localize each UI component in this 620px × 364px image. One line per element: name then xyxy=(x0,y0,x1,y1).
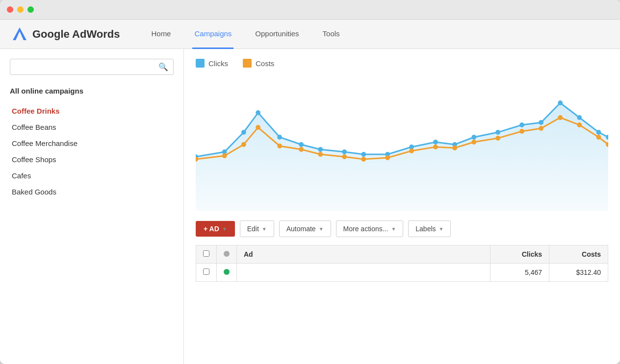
svg-point-7 xyxy=(277,135,282,140)
close-button[interactable] xyxy=(7,6,13,13)
edit-button[interactable]: Edit ▼ xyxy=(240,220,274,237)
automate-label: Automate xyxy=(286,225,316,233)
logo: Google AdWords xyxy=(12,26,120,42)
svg-point-25 xyxy=(222,153,227,158)
svg-point-32 xyxy=(361,157,366,162)
more-actions-dropdown-icon: ▼ xyxy=(391,226,396,232)
svg-point-27 xyxy=(256,125,260,130)
row-clicks-cell: 5,467 xyxy=(491,264,549,282)
main-layout: 🔍 All online campaigns Coffee Drinks Cof… xyxy=(0,49,620,364)
legend-costs: Costs xyxy=(243,59,274,68)
logo-text: Google AdWords xyxy=(32,28,120,41)
content-area: Clicks Costs xyxy=(184,49,620,364)
svg-point-35 xyxy=(433,145,438,149)
sidebar-item-coffee-shops[interactable]: Coffee Shops xyxy=(10,151,174,168)
nav-home[interactable]: Home xyxy=(149,20,173,49)
svg-point-20 xyxy=(558,100,563,105)
row-status-dot xyxy=(224,269,230,275)
th-ad: Ad xyxy=(237,245,491,264)
chart-legend: Clicks Costs xyxy=(196,59,608,68)
sidebar-item-cafes[interactable]: Cafes xyxy=(10,168,174,184)
svg-point-43 xyxy=(596,135,601,140)
svg-point-39 xyxy=(519,129,524,134)
svg-point-22 xyxy=(596,130,601,135)
more-actions-label: More actions... xyxy=(343,225,388,233)
th-clicks: Clicks xyxy=(491,245,549,264)
labels-dropdown-icon: ▼ xyxy=(439,226,444,232)
svg-point-5 xyxy=(241,130,246,135)
logo-icon xyxy=(12,26,27,42)
svg-point-33 xyxy=(385,155,390,160)
row-ad-cell xyxy=(237,264,491,282)
add-ad-dropdown-icon: ▼ xyxy=(222,226,227,232)
sidebar-section-title: All online campaigns xyxy=(10,87,174,95)
costs-swatch xyxy=(243,59,252,68)
navbar: Google AdWords Home Campaigns Opportunit… xyxy=(0,20,620,49)
svg-point-14 xyxy=(433,140,438,145)
search-box[interactable]: 🔍 xyxy=(10,59,174,75)
edit-label: Edit xyxy=(247,225,259,233)
labels-label: Labels xyxy=(415,225,436,233)
status-header-dot xyxy=(224,251,230,257)
svg-point-40 xyxy=(539,126,543,131)
chart-container xyxy=(196,73,608,211)
clicks-label: Clicks xyxy=(208,59,228,68)
svg-point-18 xyxy=(519,122,524,127)
svg-point-31 xyxy=(342,154,347,159)
svg-point-42 xyxy=(577,122,582,127)
sidebar-item-coffee-merchandise[interactable]: Coffee Merchandise xyxy=(10,135,174,151)
more-actions-button[interactable]: More actions... ▼ xyxy=(336,220,404,237)
automate-button[interactable]: Automate ▼ xyxy=(279,220,331,237)
th-costs: Costs xyxy=(549,245,608,264)
edit-dropdown-icon: ▼ xyxy=(262,226,267,232)
data-table: Ad Clicks Costs 5,467 xyxy=(196,245,608,282)
svg-point-10 xyxy=(342,149,347,154)
row-checkbox[interactable] xyxy=(203,268,209,275)
add-ad-label: + AD xyxy=(204,225,219,233)
svg-point-38 xyxy=(495,136,500,141)
labels-button[interactable]: Labels ▼ xyxy=(408,220,451,237)
nav-campaigns[interactable]: Campaigns xyxy=(192,20,233,49)
svg-point-41 xyxy=(558,115,563,120)
svg-point-36 xyxy=(452,146,457,150)
svg-point-11 xyxy=(361,152,366,157)
chart-svg xyxy=(196,73,608,211)
search-input[interactable] xyxy=(15,63,158,71)
sidebar: 🔍 All online campaigns Coffee Drinks Cof… xyxy=(0,49,184,364)
sidebar-item-coffee-beans[interactable]: Coffee Beans xyxy=(10,119,174,135)
svg-point-37 xyxy=(471,140,476,145)
svg-point-29 xyxy=(299,147,304,152)
th-status xyxy=(217,245,237,264)
table-header-row: Ad Clicks Costs xyxy=(196,245,608,264)
th-checkbox xyxy=(196,245,217,264)
nav-tools[interactable]: Tools xyxy=(321,20,342,49)
app-window: Google AdWords Home Campaigns Opportunit… xyxy=(0,0,620,364)
svg-marker-2 xyxy=(196,103,608,211)
row-checkbox-cell xyxy=(196,264,217,282)
minimize-button[interactable] xyxy=(17,6,24,13)
toolbar: + AD ▼ Edit ▼ Automate ▼ More actions...… xyxy=(196,220,608,237)
maximize-button[interactable] xyxy=(27,6,34,13)
add-ad-button[interactable]: + AD ▼ xyxy=(196,221,235,237)
svg-point-28 xyxy=(277,144,282,148)
svg-point-34 xyxy=(409,148,414,153)
titlebar xyxy=(0,0,620,20)
row-costs-cell: $312.40 xyxy=(549,264,608,282)
legend-clicks: Clicks xyxy=(196,59,228,68)
svg-point-21 xyxy=(577,115,582,120)
svg-point-19 xyxy=(539,120,543,125)
svg-point-26 xyxy=(241,142,246,147)
search-icon: 🔍 xyxy=(158,62,168,72)
svg-point-6 xyxy=(256,110,260,115)
svg-point-17 xyxy=(495,130,500,135)
row-status-cell xyxy=(217,264,237,282)
svg-point-9 xyxy=(318,147,323,152)
costs-label: Costs xyxy=(256,59,274,68)
nav-opportunities[interactable]: Opportunities xyxy=(253,20,301,49)
select-all-checkbox[interactable] xyxy=(203,250,209,257)
svg-point-16 xyxy=(471,135,476,140)
clicks-swatch xyxy=(196,59,205,68)
svg-point-30 xyxy=(318,152,323,157)
sidebar-item-baked-goods[interactable]: Baked Goods xyxy=(10,184,174,200)
sidebar-item-coffee-drinks[interactable]: Coffee Drinks xyxy=(10,103,174,119)
